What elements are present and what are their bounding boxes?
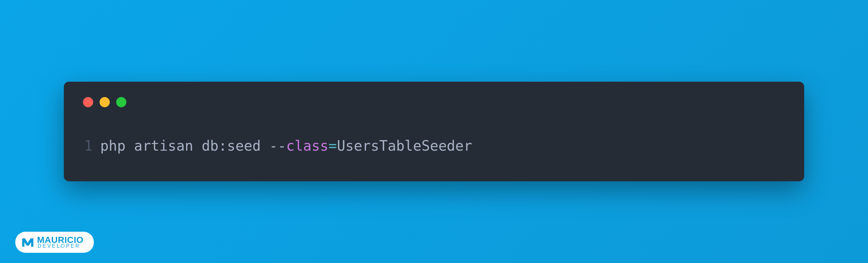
code-token-command: php artisan db:seed [100, 138, 269, 154]
maximize-icon[interactable] [116, 97, 126, 107]
minimize-icon[interactable] [99, 97, 110, 107]
code-token-dashes: -- [269, 138, 286, 154]
close-icon[interactable] [83, 97, 93, 107]
code-token-equals: = [329, 138, 337, 154]
watermark-title: DEVELOPER [38, 244, 84, 248]
watermark-name: MAURICIO [37, 236, 84, 244]
code-token-value: UsersTableSeeder [337, 138, 472, 154]
code-line: 1 php artisan db:seed --class=UsersTable… [83, 136, 785, 156]
window-controls [83, 97, 785, 107]
watermark-badge: MAURICIO DEVELOPER [15, 232, 94, 253]
code-window: 1 php artisan db:seed --class=UsersTable… [64, 82, 804, 181]
watermark-text: MAURICIO DEVELOPER [37, 236, 84, 249]
line-number: 1 [83, 136, 93, 156]
code-content: php artisan db:seed --class=UsersTableSe… [100, 136, 472, 156]
watermark-logo-icon [21, 236, 34, 249]
code-token-keyword: class [286, 138, 329, 154]
